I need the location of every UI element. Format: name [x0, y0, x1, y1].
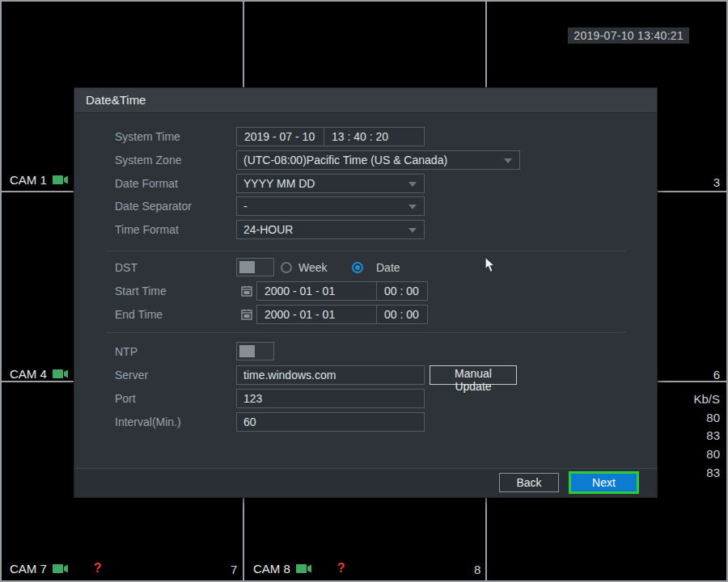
channel-number: 8 [474, 563, 480, 576]
interval-label: Interval(Min.) [115, 412, 181, 432]
end-time-label: End Time [115, 305, 163, 324]
start-time-label: Start Time [115, 281, 167, 301]
system-time-label: System Time [115, 127, 180, 146]
back-button[interactable]: Back [499, 473, 559, 492]
ntp-server-input[interactable]: time.windows.com [236, 365, 425, 385]
bitrate-panel: Kb/S 80 83 80 83 [693, 390, 720, 483]
ntp-label: NTP [115, 342, 138, 361]
time-format-select[interactable]: 24-HOUR [236, 220, 425, 239]
date-separator-label: Date Separator [115, 196, 192, 216]
dst-week-radio[interactable] [281, 262, 292, 273]
camera-name: CAM 4 [10, 367, 47, 381]
chevron-down-icon [504, 158, 512, 163]
dvr-screen: 2019-07-10 13:40:21 CAM 1 ? 3 CAM 4 ? 6 … [0, 0, 728, 582]
date-time-dialog: Date&Time System Time System Zone Date F… [74, 88, 657, 497]
dst-start-time-input[interactable]: 2000 - 01 - 01 00 : 00 [256, 281, 428, 301]
camera-name: CAM 1 [10, 173, 47, 187]
toggle-knob [239, 345, 255, 357]
system-clock-value[interactable]: 13 : 40 : 20 [324, 130, 388, 143]
bitrate-value: 80 [693, 409, 720, 428]
section-divider [105, 332, 626, 333]
dst-toggle[interactable] [236, 258, 274, 276]
no-signal-icon: ? [94, 561, 102, 576]
dialog-title: Date&Time [74, 88, 657, 113]
chevron-down-icon [408, 205, 417, 209]
system-timestamp: 2019-07-10 13:40:21 [568, 27, 689, 44]
ntp-port-input[interactable]: 123 [236, 389, 425, 408]
dst-week-label: Week [298, 258, 328, 277]
system-zone-label: System Zone [115, 150, 181, 170]
end-date-value[interactable]: 2000 - 01 - 01 [257, 308, 376, 321]
bitrate-value: 80 [693, 445, 720, 464]
video-camera-icon [53, 563, 69, 574]
camera-name: CAM 8 [253, 562, 290, 576]
video-camera-icon [296, 563, 312, 574]
camera-label-cam8: CAM 8 ? [253, 561, 345, 576]
end-clock-value[interactable]: 00 : 00 [377, 308, 419, 321]
section-divider [105, 251, 626, 251]
port-label: Port [115, 389, 136, 408]
time-format-label: Time Format [115, 220, 179, 239]
date-separator-select[interactable]: - [236, 196, 425, 216]
server-label: Server [115, 365, 148, 385]
system-date-value[interactable]: 2019 - 07 - 10 [237, 130, 324, 143]
dst-end-time-input[interactable]: 2000 - 01 - 01 00 : 00 [256, 305, 428, 324]
bitrate-value: 83 [693, 427, 720, 445]
dst-date-label: Date [376, 258, 400, 277]
date-separator-value: - [237, 200, 248, 213]
video-camera-icon [53, 369, 69, 379]
time-format-value: 24-HOUR [237, 223, 293, 236]
system-zone-select[interactable]: (UTC-08:00)Pacific Time (US & Canada) [236, 150, 520, 170]
system-zone-value: (UTC-08:00)Pacific Time (US & Canada) [237, 154, 447, 167]
dst-label: DST [115, 258, 138, 277]
start-clock-value[interactable]: 00 : 00 [377, 285, 419, 297]
ntp-interval-value[interactable]: 60 [237, 415, 256, 428]
channel-number: 3 [713, 175, 720, 189]
camera-label-cam7: CAM 7 ? [10, 561, 102, 576]
date-format-value: YYYY MM DD [237, 177, 315, 190]
no-signal-icon: ? [337, 561, 345, 576]
date-format-label: Date Format [115, 174, 178, 193]
ntp-toggle[interactable] [236, 342, 274, 361]
start-date-value[interactable]: 2000 - 01 - 01 [257, 285, 376, 297]
video-camera-icon [53, 175, 69, 185]
chevron-down-icon [408, 182, 417, 187]
chevron-down-icon [408, 228, 417, 233]
mouse-cursor [485, 256, 497, 273]
channel-number: 7 [231, 563, 237, 576]
dst-date-radio[interactable] [352, 262, 363, 273]
ntp-server-value[interactable]: time.windows.com [237, 369, 336, 382]
bitrate-header: Kb/S [693, 390, 720, 409]
channel-number: 6 [713, 368, 720, 382]
toggle-knob [239, 261, 255, 273]
date-format-select[interactable]: YYYY MM DD [236, 174, 425, 193]
next-button[interactable]: Next [569, 471, 639, 494]
calendar-icon [241, 309, 252, 320]
bitrate-value: 83 [693, 464, 720, 483]
system-time-input[interactable]: 2019 - 07 - 10 13 : 40 : 20 [236, 127, 425, 146]
ntp-port-value[interactable]: 123 [237, 392, 262, 405]
manual-update-button[interactable]: Manual Update [430, 365, 517, 385]
camera-name: CAM 7 [10, 562, 47, 576]
calendar-icon [241, 285, 252, 297]
ntp-interval-input[interactable]: 60 [236, 412, 425, 432]
